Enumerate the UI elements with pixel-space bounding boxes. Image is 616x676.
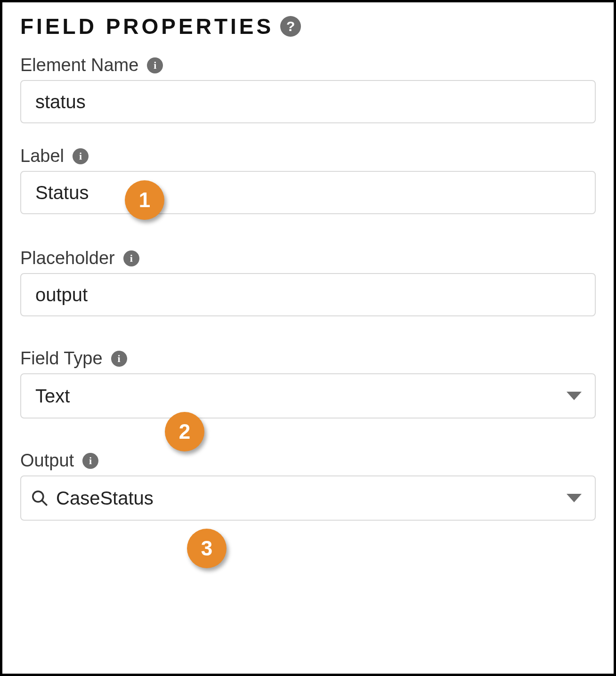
field-type-select[interactable]: Text [20, 373, 596, 418]
search-icon [31, 489, 49, 507]
element-name-label: Element Name [20, 55, 138, 75]
label-field-label: Label [20, 146, 64, 166]
field-type-field: Field Type i Text [20, 348, 596, 418]
info-icon[interactable]: i [111, 351, 127, 367]
field-label-row: Output i [20, 451, 596, 471]
info-icon[interactable]: i [73, 148, 89, 164]
panel-header: FIELD PROPERTIES ? [20, 14, 596, 39]
output-label: Output [20, 451, 74, 471]
label-input[interactable] [20, 171, 596, 214]
field-type-label: Field Type [20, 348, 103, 369]
output-select-wrap: CaseStatus [20, 475, 596, 521]
field-label-row: Placeholder i [20, 248, 596, 268]
callout-badge-3: 3 [187, 529, 227, 568]
callout-badge-2: 2 [165, 412, 204, 451]
field-type-select-wrap: Text [20, 373, 596, 418]
help-icon[interactable]: ? [280, 16, 301, 37]
chevron-down-icon [567, 392, 582, 400]
callout-badge-1: 1 [125, 180, 164, 220]
output-select[interactable]: CaseStatus [20, 475, 596, 521]
field-type-value: Text [35, 386, 70, 407]
info-icon[interactable]: i [123, 250, 139, 266]
placeholder-input[interactable] [20, 273, 596, 316]
chevron-down-icon [567, 494, 582, 502]
info-icon[interactable]: i [82, 453, 98, 469]
info-icon[interactable]: i [147, 57, 163, 73]
field-properties-panel: FIELD PROPERTIES ? Element Name i Label … [0, 0, 616, 676]
field-label-row: Element Name i [20, 55, 596, 75]
field-label-row: Field Type i [20, 348, 596, 369]
element-name-input[interactable] [20, 80, 596, 123]
placeholder-label: Placeholder [20, 248, 115, 268]
svg-point-0 [33, 491, 43, 502]
element-name-field: Element Name i [20, 55, 596, 123]
output-value: CaseStatus [56, 488, 154, 509]
output-field: Output i CaseStatus [20, 451, 596, 521]
svg-line-1 [42, 500, 47, 506]
label-field: Label i [20, 146, 596, 214]
field-label-row: Label i [20, 146, 596, 166]
placeholder-field: Placeholder i [20, 248, 596, 316]
panel-title: FIELD PROPERTIES [20, 14, 274, 39]
